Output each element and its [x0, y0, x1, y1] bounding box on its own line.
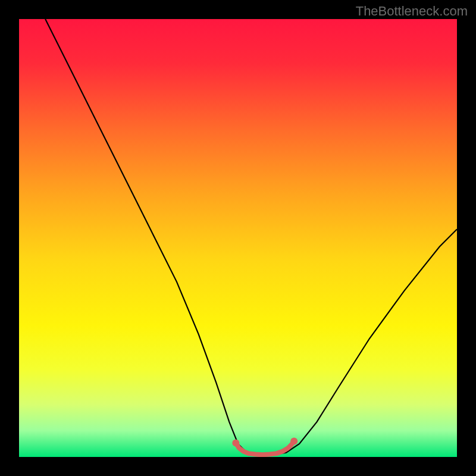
- bottleneck-chart: [19, 19, 457, 457]
- chart-background: [19, 19, 457, 457]
- watermark-text: TheBottleneck.com: [356, 4, 468, 19]
- optimal-endpoint: [232, 439, 239, 446]
- chart-svg: [19, 19, 457, 457]
- optimal-endpoint: [290, 438, 298, 445]
